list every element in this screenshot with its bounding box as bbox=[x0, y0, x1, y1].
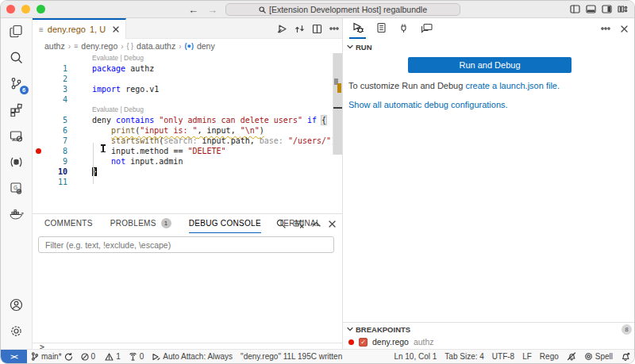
breakpoint-checkbox[interactable]: ✓ bbox=[359, 338, 368, 347]
tab-bar: ≡ deny.rego 1, U bbox=[33, 18, 342, 39]
code-line-7[interactable]: 7 startswith(search: input.path, base: "… bbox=[33, 136, 342, 146]
docker-icon[interactable] bbox=[1, 201, 33, 228]
run-and-debug-button[interactable]: Run and Debug bbox=[408, 57, 572, 73]
ports-status[interactable]: 0 bbox=[125, 350, 148, 364]
remote-indicator[interactable]: >< bbox=[1, 350, 27, 364]
account-icon[interactable] bbox=[1, 292, 33, 318]
sync-icon bbox=[64, 353, 73, 361]
breadcrumb: authz › ≡ deny.rego › { } data.authz › (… bbox=[33, 39, 342, 53]
console-filter-input[interactable]: Filter (e.g. text, !exclude, \escape) bbox=[38, 236, 334, 253]
eol-status[interactable]: LF bbox=[518, 350, 536, 364]
cursor-position-status[interactable]: Ln 10, Col 1 bbox=[390, 350, 441, 364]
extensions-icon[interactable] bbox=[1, 97, 33, 123]
code-line-5[interactable]: 5deny contains "only admins can delete u… bbox=[33, 115, 342, 125]
toggle-secondary-sidebar-icon[interactable] bbox=[602, 4, 612, 14]
tab-problems[interactable]: PROBLEMS1 bbox=[110, 214, 171, 233]
problems-status[interactable]: 0 1 bbox=[77, 350, 125, 364]
split-editor-icon[interactable] bbox=[312, 24, 322, 34]
tab-debug-console[interactable]: DEBUG CONSOLE bbox=[189, 214, 261, 233]
code-line-2[interactable]: 2 bbox=[33, 74, 342, 84]
branch-status[interactable]: main* bbox=[27, 350, 77, 364]
language-mode-status[interactable]: Rego bbox=[536, 350, 563, 364]
notifications-bell-icon[interactable] bbox=[617, 350, 634, 364]
git-branch-icon bbox=[31, 352, 39, 361]
close-window-button[interactable] bbox=[6, 5, 15, 13]
code-line-10[interactable]: 10} bbox=[33, 167, 342, 177]
svg-text:G: G bbox=[13, 185, 17, 190]
sync-changes-icon[interactable] bbox=[294, 24, 305, 34]
source-control-icon[interactable]: 6 bbox=[1, 71, 33, 97]
code-line-6[interactable]: 6 print("input is: ", input, "\n") bbox=[33, 125, 342, 136]
views-more-actions-icon[interactable] bbox=[601, 27, 610, 30]
radio-tower-icon bbox=[129, 353, 137, 361]
breadcrumb-folder[interactable]: authz bbox=[44, 41, 65, 51]
breakpoint-file: deny.rego bbox=[372, 337, 409, 347]
namespace-icon: { } bbox=[127, 42, 134, 50]
search-icon bbox=[259, 6, 266, 13]
explorer-icon[interactable] bbox=[1, 18, 33, 44]
indentation-status[interactable]: Tab Size: 4 bbox=[441, 350, 487, 364]
clear-console-icon[interactable] bbox=[294, 220, 304, 228]
comments-view-icon[interactable] bbox=[418, 18, 435, 39]
encoding-status[interactable]: UTF-8 bbox=[488, 350, 518, 364]
spell-gear-icon bbox=[584, 352, 593, 361]
codelens-row[interactable]: Evaluate | Debug bbox=[33, 105, 342, 115]
create-launch-json-link[interactable]: create a launch.json file. bbox=[465, 81, 560, 90]
breakpoints-section-header[interactable]: BREAKPOINTS bbox=[343, 323, 634, 335]
traffic-lights bbox=[6, 5, 45, 13]
plug-view-icon[interactable] bbox=[397, 18, 410, 39]
show-debug-configurations-link[interactable]: Show all automatic debug configurations. bbox=[348, 100, 508, 109]
settings-sync-extension-icon[interactable]: G bbox=[1, 175, 33, 201]
search-view-icon[interactable] bbox=[1, 44, 33, 71]
close-panel-icon[interactable] bbox=[329, 220, 336, 228]
toggle-panel-icon[interactable] bbox=[586, 4, 596, 14]
spell-checker-status[interactable]: Spell bbox=[580, 350, 617, 364]
chevron-down-icon bbox=[347, 327, 353, 331]
codelens-row[interactable]: Evaluate | Debug bbox=[33, 53, 342, 63]
code-line-1[interactable]: 1package authz bbox=[33, 63, 342, 74]
maximize-panel-icon[interactable] bbox=[312, 221, 321, 227]
code-line-9[interactable]: 9 not input.admin bbox=[33, 156, 342, 167]
scm-badge: 6 bbox=[20, 86, 29, 94]
tab-comments[interactable]: COMMENTS bbox=[44, 214, 93, 233]
code-line-3[interactable]: 3import rego.v1 bbox=[33, 84, 342, 94]
customize-layout-icon[interactable] bbox=[618, 4, 628, 14]
minimize-window-button[interactable] bbox=[21, 5, 30, 13]
evaluate-icon[interactable] bbox=[277, 24, 287, 34]
file-icon: ≡ bbox=[74, 42, 78, 50]
tab-deny-rego[interactable]: ≡ deny.rego 1, U bbox=[33, 18, 126, 39]
debug-status[interactable]: Auto Attach: Always bbox=[148, 350, 237, 364]
breakpoint-glyph[interactable] bbox=[36, 148, 41, 154]
toggle-primary-sidebar-icon[interactable] bbox=[570, 4, 580, 14]
history-forward-button[interactable]: → bbox=[207, 4, 217, 16]
run-section-header[interactable]: RUN bbox=[343, 40, 634, 53]
bell-slash-icon[interactable] bbox=[563, 350, 580, 364]
code-line-8[interactable]: 8 input.method == "DELETE" bbox=[33, 146, 342, 156]
code-area[interactable]: Evaluate | Debug1package authz23import r… bbox=[33, 53, 342, 213]
chevron-right-icon: › bbox=[179, 42, 181, 51]
filter-search-icon[interactable] bbox=[276, 219, 286, 228]
editor-scrollbar[interactable] bbox=[333, 53, 342, 155]
testing-view-icon[interactable] bbox=[1, 123, 33, 149]
title-bar: ← → [Extension Development Host] regalbu… bbox=[1, 1, 634, 18]
breadcrumb-symbol[interactable]: deny bbox=[197, 41, 215, 51]
breadcrumb-package[interactable]: data.authz bbox=[137, 41, 175, 51]
more-actions-icon[interactable] bbox=[329, 27, 339, 30]
code-line-11[interactable]: 11 bbox=[33, 177, 342, 187]
indent-guide bbox=[93, 143, 94, 184]
status-bar: >< main* 0 1 0 Auto Attach: Always "deny… bbox=[1, 349, 634, 363]
history-back-button[interactable]: ← bbox=[188, 4, 198, 16]
tab-close-icon[interactable] bbox=[113, 26, 119, 33]
output-view-icon[interactable] bbox=[374, 18, 389, 39]
opa-extension-icon[interactable] bbox=[1, 149, 33, 175]
command-center-search[interactable]: [Extension Development Host] regalbundle bbox=[225, 3, 460, 16]
breadcrumb-file[interactable]: deny.rego bbox=[81, 41, 117, 51]
run-and-debug-view-icon[interactable] bbox=[349, 18, 366, 39]
code-line-4[interactable]: 4 bbox=[33, 94, 342, 105]
tab-decoration: 1, U bbox=[90, 25, 106, 34]
close-side-panel-icon[interactable] bbox=[621, 25, 628, 33]
run-and-debug-panel: RUN Run and Debug To customize Run and D… bbox=[342, 18, 634, 349]
breakpoint-list-item[interactable]: ✓ deny.rego authz bbox=[343, 335, 634, 348]
settings-gear-icon[interactable] bbox=[1, 318, 33, 344]
maximize-window-button[interactable] bbox=[37, 5, 45, 13]
